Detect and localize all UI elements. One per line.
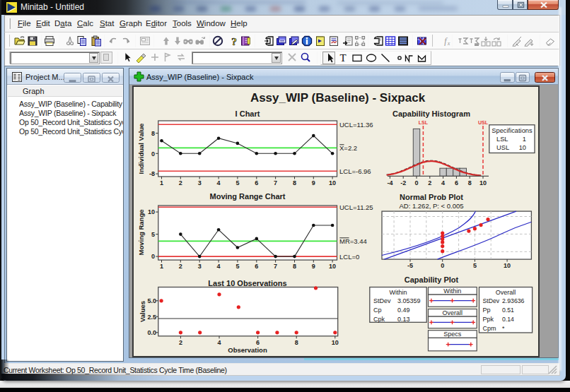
svg-text:Specs: Specs (443, 331, 462, 338)
svg-text:x: x (447, 40, 450, 47)
svg-text:USL: USL (478, 120, 489, 125)
svg-text:4: 4 (217, 339, 221, 346)
svg-text:Last 10 Observations: Last 10 Observations (208, 279, 286, 287)
svg-text:Overall: Overall (443, 309, 463, 316)
svg-text:8: 8 (295, 339, 298, 346)
svg-text:0.14: 0.14 (502, 316, 514, 323)
svg-text:0: 0 (151, 253, 155, 260)
svg-text:Specifications: Specifications (492, 127, 533, 134)
svg-text:2: 2 (179, 179, 182, 186)
svg-text:Ppk: Ppk (483, 316, 494, 323)
svg-text:1: 1 (160, 263, 163, 270)
svg-text:10: 10 (148, 208, 155, 215)
svg-text:5: 5 (235, 263, 239, 270)
svg-text:5: 5 (235, 179, 239, 186)
svg-text:8: 8 (293, 263, 296, 270)
svg-text:2.5: 2.5 (147, 314, 156, 321)
svg-text:Cpk: Cpk (373, 316, 385, 323)
svg-text:2: 2 (179, 263, 182, 270)
svg-text:10: 10 (332, 339, 339, 346)
svg-text:X=2.2: X=2.2 (339, 144, 357, 152)
svg-text:2.93636: 2.93636 (502, 297, 525, 304)
svg-text:4: 4 (441, 179, 445, 186)
svg-text:Within: Within (443, 287, 461, 295)
svg-text:8: 8 (468, 179, 472, 186)
svg-text:Cp: Cp (373, 307, 382, 314)
svg-text:USL: USL (496, 144, 509, 151)
svg-text:-4: -4 (387, 179, 392, 186)
svg-text:Moving Range Chart: Moving Range Chart (210, 192, 286, 201)
svg-text:5: 5 (151, 231, 155, 238)
svg-text:0.49: 0.49 (397, 307, 410, 314)
svg-text:7: 7 (274, 263, 277, 270)
svg-text:9: 9 (312, 179, 315, 186)
svg-text:1: 1 (160, 179, 163, 186)
svg-text:8: 8 (151, 130, 155, 137)
svg-text:10: 10 (329, 263, 336, 270)
svg-text:0.13: 0.13 (397, 316, 410, 323)
svg-text:LCL=0: LCL=0 (339, 253, 359, 261)
svg-text:Overall: Overall (496, 289, 516, 296)
svg-text:-2: -2 (400, 179, 406, 186)
svg-text:5: 5 (473, 262, 477, 269)
svg-text:LCL=-6.96: LCL=-6.96 (339, 167, 371, 175)
svg-text:AD: 1.262, P: < 0.005: AD: 1.262, P: < 0.005 (399, 202, 463, 210)
svg-text:4: 4 (217, 179, 221, 186)
svg-text:10: 10 (519, 144, 526, 151)
svg-text:10: 10 (329, 179, 336, 186)
svg-text:4: 4 (217, 263, 221, 270)
svg-text:LSL: LSL (496, 136, 508, 143)
svg-text:Values: Values (139, 301, 146, 322)
svg-text:Normal Prob Plot: Normal Prob Plot (400, 193, 463, 201)
svg-text:UCL=11.36: UCL=11.36 (339, 121, 373, 129)
svg-text:LSL: LSL (419, 120, 429, 125)
svg-text:Within: Within (389, 289, 407, 296)
svg-text:StDev: StDev (373, 297, 391, 304)
svg-text:3: 3 (198, 179, 202, 186)
svg-text:MR=3.44: MR=3.44 (339, 237, 367, 245)
svg-text:10: 10 (479, 179, 487, 186)
svg-text:Moving Range: Moving Range (137, 210, 145, 256)
svg-text:Pp: Pp (483, 307, 491, 314)
svg-text:Individual Value: Individual Value (137, 124, 145, 174)
svg-text:6: 6 (255, 263, 258, 270)
svg-text:-8: -8 (149, 170, 155, 177)
svg-text:5.0: 5.0 (147, 297, 156, 304)
svg-text:3: 3 (198, 263, 202, 270)
svg-text:0.0: 0.0 (147, 329, 156, 336)
svg-text:7: 7 (274, 179, 277, 186)
svg-text:0: 0 (414, 179, 418, 186)
svg-text:Capability Histogram: Capability Histogram (392, 109, 470, 118)
svg-text:Cpm: Cpm (483, 325, 496, 332)
svg-text:UCL=11.25: UCL=11.25 (339, 203, 373, 211)
svg-text:Observation: Observation (228, 346, 267, 354)
svg-text:T: T (339, 52, 346, 64)
svg-text:10: 10 (504, 262, 511, 269)
svg-text:6: 6 (256, 339, 260, 346)
svg-text:8: 8 (293, 179, 296, 186)
svg-text:StDev: StDev (483, 297, 500, 304)
svg-text:Assy_WIP (Baseline) - Sixpack: Assy_WIP (Baseline) - Sixpack (250, 91, 426, 105)
svg-text:3.05359: 3.05359 (397, 297, 421, 304)
svg-text:1: 1 (523, 136, 526, 143)
svg-text:Capability Plot: Capability Plot (405, 275, 459, 284)
svg-text:6: 6 (255, 179, 258, 186)
svg-text:2: 2 (428, 179, 431, 186)
svg-text:-5: -5 (407, 262, 413, 269)
svg-text:0: 0 (441, 262, 444, 269)
svg-text:0.51: 0.51 (502, 307, 514, 314)
svg-text:2: 2 (179, 339, 182, 346)
svg-text:I Chart: I Chart (235, 109, 260, 118)
svg-text:9: 9 (312, 263, 315, 270)
svg-text:?: ? (231, 35, 237, 47)
svg-text:6: 6 (455, 179, 458, 186)
svg-text:0: 0 (151, 150, 155, 158)
